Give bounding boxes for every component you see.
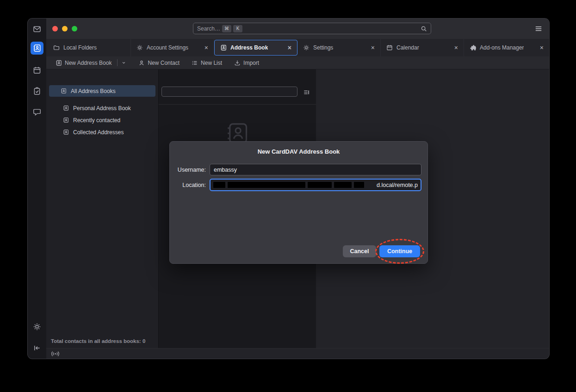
titlebar: Search… ⌘ K: [46, 19, 549, 39]
gear-icon: [303, 44, 310, 51]
sidebar-item-collected-addresses[interactable]: Collected Addresses: [49, 126, 155, 138]
chevron-down-icon[interactable]: [121, 60, 126, 65]
address-book-icon: [63, 105, 69, 111]
chat-space-icon[interactable]: [31, 106, 43, 118]
sidebar-item-label: Collected Addresses: [73, 129, 124, 136]
close-tab-icon[interactable]: ×: [539, 44, 545, 51]
app-window: Search… ⌘ K Local Folders Account Settin…: [28, 19, 549, 359]
search-placeholder: Search…: [197, 25, 220, 32]
k-keycap: K: [233, 25, 242, 32]
cancel-button[interactable]: Cancel: [343, 245, 376, 257]
folder-icon: [53, 44, 60, 51]
contacts-search-input[interactable]: [161, 87, 297, 97]
new-list-label: New List: [201, 60, 222, 66]
person-icon: [138, 60, 145, 66]
puzzle-icon: [470, 44, 476, 51]
sidebar-item-label: All Address Books: [71, 88, 116, 94]
window-zoom-button[interactable]: [72, 26, 77, 31]
address-book-toolbar: New Address Book New Contact New List Im…: [46, 56, 549, 69]
calendar-icon: [386, 44, 393, 51]
location-input[interactable]: d.local/remote.p: [210, 179, 421, 191]
address-book-icon: [56, 60, 62, 66]
address-book-icon: [63, 117, 69, 123]
address-book-space-icon[interactable]: [31, 42, 43, 55]
location-visible-text: d.local/remote.p: [377, 182, 418, 188]
cmd-keycap: ⌘: [222, 25, 231, 32]
new-contact-label: New Contact: [148, 60, 180, 66]
tab-label: Account Settings: [147, 44, 188, 51]
close-tab-icon[interactable]: ×: [453, 44, 459, 51]
tab-bar: Local Folders Account Settings × Address…: [46, 39, 549, 56]
tab-calendar[interactable]: Calendar ×: [381, 39, 464, 56]
tab-local-folders[interactable]: Local Folders: [48, 39, 131, 56]
sidebar-item-label: Recently contacted: [73, 117, 120, 124]
mail-space-icon[interactable]: [31, 23, 43, 36]
new-contact-button[interactable]: New Contact: [135, 58, 183, 68]
location-label: Location:: [170, 182, 206, 188]
import-button[interactable]: Import: [230, 58, 263, 68]
tab-account-settings[interactable]: Account Settings ×: [131, 39, 214, 56]
total-contacts-status: Total contacts in all address books: 0: [51, 338, 145, 344]
tab-label: Calendar: [396, 44, 419, 51]
import-label: Import: [243, 60, 259, 66]
list-icon: [192, 60, 198, 66]
search-icon: [421, 25, 427, 32]
sidebar-item-personal-address-book[interactable]: Personal Address Book: [49, 102, 155, 114]
app-menu-icon[interactable]: [534, 25, 543, 33]
divider: [117, 59, 118, 66]
address-book-icon: [61, 88, 67, 94]
settings-gear-icon[interactable]: [31, 320, 43, 333]
tasks-space-icon[interactable]: [31, 85, 43, 98]
address-book-icon: [63, 129, 69, 135]
new-address-book-button[interactable]: New Address Book: [52, 58, 130, 68]
redaction-bar: [334, 182, 352, 188]
address-books-sidebar: All Address Books Personal Address Book …: [46, 69, 158, 348]
tab-addons-manager[interactable]: Add-ons Manager ×: [464, 39, 549, 56]
spaces-toolbar: [28, 19, 46, 359]
calendar-space-icon[interactable]: [31, 64, 43, 77]
account-settings-icon: [136, 44, 143, 51]
redaction-bar: [308, 182, 332, 188]
sidebar-item-recently-contacted[interactable]: Recently contacted: [49, 114, 155, 126]
redaction-bar: [354, 182, 364, 188]
tab-address-book[interactable]: Address Book ×: [214, 40, 297, 56]
username-row: Username:: [170, 164, 427, 175]
redaction-bar: [228, 182, 305, 188]
tab-label: Settings: [313, 44, 333, 51]
sidebar-item-label: Personal Address Book: [73, 105, 131, 112]
new-address-book-label: New Address Book: [65, 60, 111, 66]
redaction-bar: [213, 182, 225, 188]
close-tab-icon[interactable]: ×: [370, 44, 376, 51]
tab-settings[interactable]: Settings ×: [297, 39, 381, 56]
display-options-icon[interactable]: [302, 87, 311, 97]
global-search-input[interactable]: Search… ⌘ K: [193, 23, 431, 34]
continue-button[interactable]: Continue: [379, 245, 420, 257]
new-list-button[interactable]: New List: [188, 58, 226, 68]
tab-label: Local Folders: [63, 44, 97, 51]
new-carddav-dialog: New CardDAV Address Book Username: Locat…: [169, 141, 428, 264]
broadcast-icon: [51, 350, 60, 357]
dialog-title: New CardDAV Address Book: [170, 148, 427, 155]
sidebar-item-all-address-books[interactable]: All Address Books: [49, 85, 155, 97]
import-icon: [234, 60, 241, 66]
window-close-button[interactable]: [52, 26, 58, 31]
username-label: Username:: [170, 167, 206, 173]
tab-label: Add-ons Manager: [480, 44, 524, 51]
tab-label: Address Book: [230, 44, 268, 51]
window-minimize-button[interactable]: [62, 26, 68, 31]
close-tab-icon[interactable]: ×: [203, 44, 210, 51]
collapse-spaces-icon[interactable]: [31, 342, 43, 355]
close-tab-icon[interactable]: ×: [286, 44, 293, 51]
divider: [159, 104, 316, 105]
address-book-icon: [220, 44, 227, 51]
location-row: Location: d.local/remote.p: [170, 179, 427, 191]
username-input[interactable]: [210, 164, 421, 175]
status-bar: [46, 348, 549, 359]
